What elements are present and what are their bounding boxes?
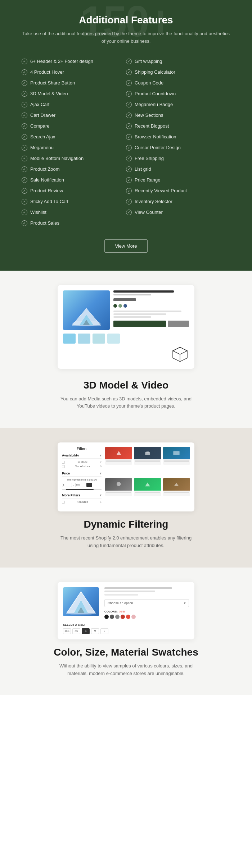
mock-colors	[113, 304, 189, 308]
feature-label: Megamenu	[30, 145, 54, 150]
feature-label: 6+ Header & 2+ Footer design	[30, 59, 93, 64]
feature-item: Recently Viewed Product	[126, 185, 230, 196]
view-more-button[interactable]: View More	[104, 239, 147, 253]
check-icon	[126, 102, 132, 107]
features-left-col: 6+ Header & 2+ Footer design 4 Product H…	[22, 56, 126, 229]
filter-sidebar: Filter: Availability ▾ In stock 7 Out of…	[62, 447, 102, 507]
feature-item: 4 Product Hover	[22, 67, 126, 78]
feature-item: Cart Drawer	[22, 110, 126, 121]
svg-point-7	[117, 482, 121, 486]
feature-label: Shipping Calculator	[135, 69, 175, 75]
filtering-description: The most recent Shopify 2.0 enhancement …	[58, 534, 194, 550]
check-icon	[22, 134, 27, 140]
feature-item: Shipping Calculator	[126, 67, 230, 78]
svg-rect-6	[174, 451, 180, 455]
check-icon	[22, 123, 27, 129]
color-dot-pink[interactable]	[131, 615, 136, 619]
check-icon	[22, 112, 27, 118]
feature-item: Sticky Add To Cart	[22, 196, 126, 207]
filter-product-6	[163, 478, 190, 496]
section-title: Additional Features	[22, 14, 230, 26]
price-to-input[interactable]: $60	[75, 483, 85, 487]
feature-item: Product Share Button	[22, 78, 126, 88]
check-icon	[22, 199, 27, 205]
feature-label: New Sections	[135, 112, 163, 118]
swatches-inner: Choose an option ▾ COLORS: 55/36	[63, 587, 189, 619]
check-icon	[126, 80, 132, 86]
feature-item: Megamenu	[22, 142, 126, 153]
size-m[interactable]: M	[91, 628, 99, 634]
availability-title: Availability ▾	[62, 454, 102, 459]
check-icon	[22, 145, 27, 151]
featured-checkbox[interactable]	[62, 501, 65, 504]
feature-label: Sticky Add To Cart	[30, 199, 68, 204]
mock-add-cart-btn	[113, 321, 166, 327]
mock-secondary-btn	[168, 321, 189, 327]
color-dot-gray[interactable]	[115, 615, 120, 619]
swatches-section: Choose an option ▾ COLORS: 55/36 SE	[0, 568, 252, 695]
feature-item: Product Zoom	[22, 164, 126, 175]
check-icon	[22, 156, 27, 161]
color-dot-black[interactable]	[104, 615, 109, 619]
size-l[interactable]: L	[100, 628, 108, 634]
mock-subtitle	[113, 294, 151, 295]
size-3xs[interactable]: 3XS	[63, 628, 71, 634]
thumb-3	[93, 334, 105, 344]
swatch-product-image	[63, 587, 99, 616]
feature-label: List grid	[135, 166, 151, 172]
check-icon	[22, 166, 27, 172]
check-icon	[126, 210, 132, 215]
feature-item: Sale Notification	[22, 175, 126, 185]
check-icon	[22, 220, 27, 226]
check-icon	[126, 188, 132, 194]
price-from-input[interactable]: $	[62, 483, 72, 487]
swatches-description: Without the ability to view samples of v…	[58, 662, 194, 678]
price-apply-button[interactable]: →	[86, 483, 92, 487]
in-stock-row: In stock 7	[62, 460, 102, 464]
filter-mockup: Filter: Availability ▾ In stock 7 Out of…	[58, 442, 194, 511]
feature-item: Gift wrapping	[126, 56, 230, 67]
out-of-stock-checkbox[interactable]	[62, 465, 65, 468]
mock-title	[113, 290, 174, 293]
feature-item: Megamenu Badge	[126, 99, 230, 110]
thumbnail-row	[63, 334, 189, 344]
feature-item: New Sections	[126, 110, 230, 121]
feature-label: Product Review	[30, 188, 63, 193]
3d-model-section: 3D Model & Video You can add Media such …	[0, 271, 252, 428]
feature-label: View Counter	[135, 210, 163, 215]
filter-products-grid	[105, 447, 190, 507]
feature-label: Product Sales	[30, 220, 59, 226]
feature-item: View Counter	[126, 207, 230, 218]
color-dot-light-red[interactable]	[126, 615, 130, 619]
feature-label: Compare	[30, 123, 49, 129]
filter-product-4	[105, 478, 132, 496]
size-s[interactable]: S	[82, 628, 90, 634]
features-right-col: Gift wrapping Shipping Calculator Coupon…	[126, 56, 230, 229]
feature-label: Product Zoom	[30, 166, 60, 172]
size-selector-dropdown[interactable]: Choose an option ▾	[104, 599, 189, 607]
filter-product-3	[163, 447, 190, 465]
feature-item: Ajax Cart	[22, 99, 126, 110]
feature-label: Free Shipping	[135, 156, 164, 161]
feature-label: Sale Notification	[30, 177, 64, 183]
price-slider[interactable]	[62, 489, 102, 490]
check-icon	[126, 145, 132, 151]
color-dot-red[interactable]	[121, 615, 125, 619]
feature-label: Cart Drawer	[30, 112, 55, 118]
3d-box-icon	[171, 345, 189, 363]
feature-item: Search Ajax	[22, 132, 126, 142]
feature-label: Gift wrapping	[135, 59, 162, 64]
color-dot-dark-gray[interactable]	[110, 615, 114, 619]
check-icon	[22, 188, 27, 194]
feature-label: Megamenu Badge	[135, 102, 173, 107]
thumb-1	[63, 334, 76, 344]
size-xs[interactable]: XS	[72, 628, 80, 634]
svg-marker-2	[173, 347, 187, 354]
availability-filter: Availability ▾ In stock 7 Out of stock 0	[62, 454, 102, 468]
check-icon	[22, 210, 27, 215]
filter-product-1	[105, 447, 132, 465]
feature-label: Search Ajax	[30, 134, 55, 139]
in-stock-checkbox[interactable]	[62, 461, 65, 464]
check-icon	[126, 156, 132, 161]
check-icon	[22, 91, 27, 97]
